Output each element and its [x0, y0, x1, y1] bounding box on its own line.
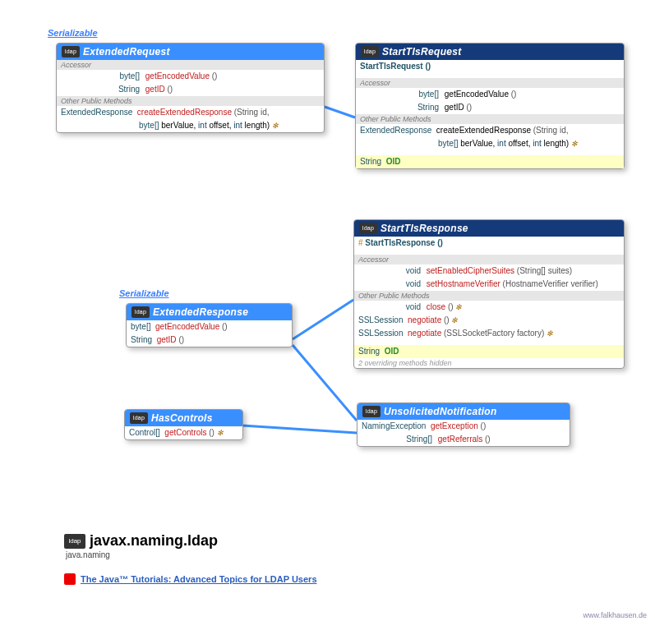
method-row: String getID (): [356, 101, 624, 114]
class-unsolicited-notification: ldap UnsolicitedNotification NamingExcep…: [357, 402, 570, 447]
class-extended-request: ldap ExtendedRequest Accessor byte[] get…: [56, 43, 325, 133]
ldap-icon: ldap: [359, 223, 377, 234]
method-row: byte[] getEncodedValue (): [57, 70, 324, 83]
package-title: ldap javax.naming.ldap: [64, 532, 218, 550]
method-row: NamingException getException (): [357, 420, 570, 433]
svg-line-0: [325, 107, 355, 117]
field-row: String OID: [354, 345, 624, 358]
serializable-label: Serializable: [119, 288, 169, 298]
ldap-icon: ldap: [362, 406, 381, 417]
ldap-icon: ldap: [361, 46, 379, 58]
constructor-row: # StartTlsResponse (): [354, 237, 624, 250]
class-start-tls-request: ldap StartTlsRequest StartTlsRequest () …: [355, 43, 625, 169]
svg-line-2: [293, 345, 357, 421]
svg-line-1: [293, 300, 353, 339]
footer-link[interactable]: www.falkhausen.de: [583, 611, 647, 619]
method-row: Control[] getControls () ✻: [125, 426, 242, 439]
class-header: ldap HasControls: [125, 410, 242, 426]
constructor-row: StartTlsRequest (): [356, 60, 624, 73]
class-name: StartTlsRequest: [382, 46, 462, 58]
parent-package: java.naming: [66, 550, 110, 559]
class-header: ldap ExtendedResponse: [127, 304, 292, 320]
method-row: byte[] berValue, int offset, int length)…: [57, 119, 324, 132]
section-other: Other Public Methods: [356, 114, 624, 124]
class-has-controls: ldap HasControls Control[] getControls (…: [124, 409, 243, 440]
method-row: void setHostnameVerifier (HostnameVerifi…: [354, 278, 624, 291]
class-extended-response: ldap ExtendedResponse byte[] getEncodedV…: [126, 303, 293, 347]
class-header: ldap ExtendedRequest: [57, 44, 324, 60]
ldap-icon: ldap: [130, 412, 148, 424]
section-accessor: Accessor: [57, 60, 324, 70]
class-name: StartTlsResponse: [381, 223, 468, 234]
class-header: ldap StartTlsRequest: [356, 44, 624, 60]
method-row: byte[] getEncodedValue (): [356, 88, 624, 101]
method-row: void setEnabledCipherSuites (String[] su…: [354, 264, 624, 278]
section-accessor: Accessor: [356, 78, 624, 88]
method-row: void close () ✻: [354, 301, 624, 314]
oracle-icon: [64, 573, 76, 585]
ldap-icon: ldap: [64, 534, 85, 549]
method-row: String getID (): [127, 334, 292, 347]
method-row: byte[] berValue, int offset, int length)…: [356, 137, 624, 150]
section-other: Other Public Methods: [354, 291, 624, 301]
method-row: ExtendedResponse createExtendedResponse …: [57, 106, 324, 119]
method-row: byte[] getEncodedValue (): [127, 320, 292, 334]
class-name: ExtendedRequest: [83, 46, 170, 58]
ldap-icon: ldap: [62, 46, 80, 58]
svg-line-3: [242, 426, 357, 433]
serializable-label: Serializable: [48, 28, 98, 38]
method-row: SSLSession negotiate () ✻: [354, 314, 624, 327]
tutorial-link[interactable]: The Java™ Tutorials: Advanced Topics for…: [81, 574, 317, 584]
ldap-icon: ldap: [131, 306, 150, 318]
method-row: ExtendedResponse createExtendedResponse …: [356, 124, 624, 137]
class-header: ldap StartTlsResponse: [354, 220, 624, 237]
section-accessor: Accessor: [354, 255, 624, 264]
class-name: HasControls: [151, 412, 213, 424]
method-row: String[] getReferrals (): [357, 433, 570, 446]
tutorial-row: The Java™ Tutorials: Advanced Topics for…: [64, 573, 317, 585]
class-name: UnsolicitedNotification: [384, 406, 497, 417]
field-row: String OID: [356, 155, 624, 168]
method-row: String getID (): [57, 83, 324, 96]
class-start-tls-response: ldap StartTlsResponse # StartTlsResponse…: [353, 219, 625, 369]
hidden-methods-note: 2 overriding methods hidden: [354, 358, 624, 368]
method-row: SSLSession negotiate (SSLSocketFactory f…: [354, 327, 624, 340]
class-name: ExtendedResponse: [153, 306, 248, 318]
class-header: ldap UnsolicitedNotification: [357, 403, 570, 420]
section-other: Other Public Methods: [57, 96, 324, 106]
